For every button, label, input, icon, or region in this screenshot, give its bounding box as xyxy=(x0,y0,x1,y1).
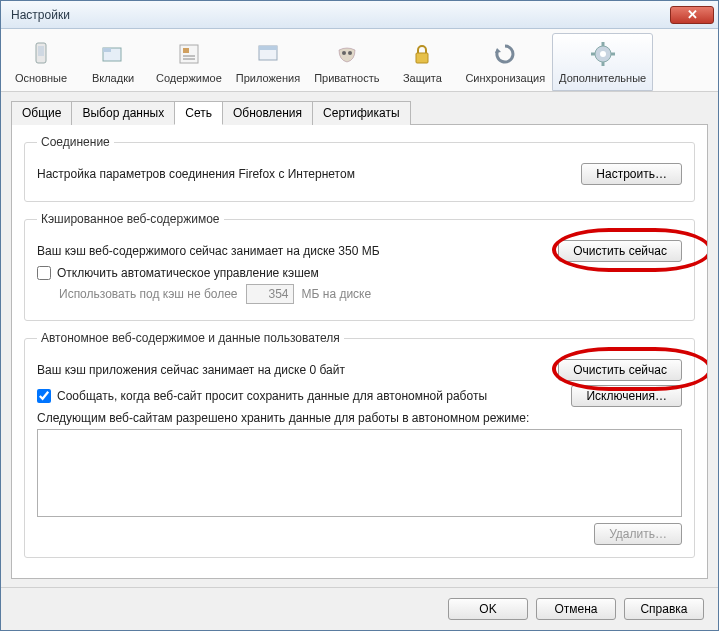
settings-window: Настройки ✕ Основные Вкладки Содержимое … xyxy=(0,0,719,631)
toolbar-advanced[interactable]: Дополнительные xyxy=(552,33,653,91)
toolbar-content[interactable]: Содержимое xyxy=(149,33,229,91)
offline-usage-text: Ваш кэш приложения сейчас занимает на ди… xyxy=(37,363,558,377)
toolbar-general[interactable]: Основные xyxy=(5,33,77,91)
delete-site-button[interactable]: Удалить… xyxy=(594,523,682,545)
svg-point-10 xyxy=(342,51,346,55)
cancel-button[interactable]: Отмена xyxy=(536,598,616,620)
ok-button[interactable]: OK xyxy=(448,598,528,620)
network-panel: Соединение Настройка параметров соединен… xyxy=(11,125,708,579)
cache-limit-suffix: МБ на диске xyxy=(302,287,372,301)
close-icon: ✕ xyxy=(687,7,698,22)
tab-data-choices[interactable]: Выбор данных xyxy=(71,101,175,125)
tab-network[interactable]: Сеть xyxy=(174,101,223,125)
allowed-sites-listbox[interactable] xyxy=(37,429,682,517)
tab-general[interactable]: Общие xyxy=(11,101,72,125)
clear-offline-button[interactable]: Очистить сейчас xyxy=(558,359,682,381)
cache-usage-text: Ваш кэш веб-содержимого сейчас занимает … xyxy=(37,244,558,258)
tab-updates[interactable]: Обновления xyxy=(222,101,313,125)
apps-icon xyxy=(252,38,284,70)
clear-cache-button[interactable]: Очистить сейчас xyxy=(558,240,682,262)
svg-marker-13 xyxy=(495,48,501,53)
offline-fieldset: Автономное веб-содержимое и данные польз… xyxy=(24,331,695,558)
tabs-icon xyxy=(97,38,129,70)
dialog-buttons: OK Отмена Справка xyxy=(1,587,718,630)
exceptions-button[interactable]: Исключения… xyxy=(571,385,682,407)
svg-rect-12 xyxy=(416,53,428,63)
sync-icon xyxy=(489,38,521,70)
toolbar-apps[interactable]: Приложения xyxy=(229,33,307,91)
close-button[interactable]: ✕ xyxy=(670,6,714,24)
connection-settings-button[interactable]: Настроить… xyxy=(581,163,682,185)
svg-point-15 xyxy=(600,51,606,57)
cache-limit-input[interactable] xyxy=(246,284,294,304)
svg-point-11 xyxy=(348,51,352,55)
toolbar-security[interactable]: Защита xyxy=(386,33,458,91)
svg-rect-5 xyxy=(183,48,189,53)
help-button[interactable]: Справка xyxy=(624,598,704,620)
svg-rect-9 xyxy=(259,46,277,50)
notify-offline-label: Сообщать, когда веб-сайт просит сохранит… xyxy=(57,389,571,403)
tab-certificates[interactable]: Сертификаты xyxy=(312,101,411,125)
svg-rect-3 xyxy=(103,48,111,52)
titlebar: Настройки ✕ xyxy=(1,1,718,29)
notify-offline-checkbox[interactable] xyxy=(37,389,51,403)
allowed-sites-text: Следующим веб-сайтам разрешено хранить д… xyxy=(37,411,682,425)
category-toolbar: Основные Вкладки Содержимое Приложения П… xyxy=(1,29,718,92)
mask-icon xyxy=(331,38,363,70)
cache-legend: Кэшированное веб-содержимое xyxy=(37,212,224,226)
toolbar-tabs[interactable]: Вкладки xyxy=(77,33,149,91)
content-area: Общие Выбор данных Сеть Обновления Серти… xyxy=(1,92,718,587)
lock-icon xyxy=(406,38,438,70)
phone-icon xyxy=(25,38,57,70)
window-title: Настройки xyxy=(11,8,670,22)
override-cache-label: Отключить автоматическое управление кэше… xyxy=(57,266,682,280)
cache-fieldset: Кэшированное веб-содержимое Ваш кэш веб-… xyxy=(24,212,695,321)
connection-fieldset: Соединение Настройка параметров соединен… xyxy=(24,135,695,202)
content-icon xyxy=(173,38,205,70)
toolbar-privacy[interactable]: Приватность xyxy=(307,33,386,91)
svg-rect-1 xyxy=(38,46,44,56)
cache-limit-prefix: Использовать под кэш не более xyxy=(59,287,238,301)
offline-legend: Автономное веб-содержимое и данные польз… xyxy=(37,331,344,345)
sub-tabs: Общие Выбор данных Сеть Обновления Серти… xyxy=(11,100,708,125)
gear-icon xyxy=(587,38,619,70)
override-cache-checkbox[interactable] xyxy=(37,266,51,280)
connection-legend: Соединение xyxy=(37,135,114,149)
svg-rect-4 xyxy=(180,45,198,63)
connection-text: Настройка параметров соединения Firefox … xyxy=(37,167,581,181)
toolbar-sync[interactable]: Синхронизация xyxy=(458,33,552,91)
